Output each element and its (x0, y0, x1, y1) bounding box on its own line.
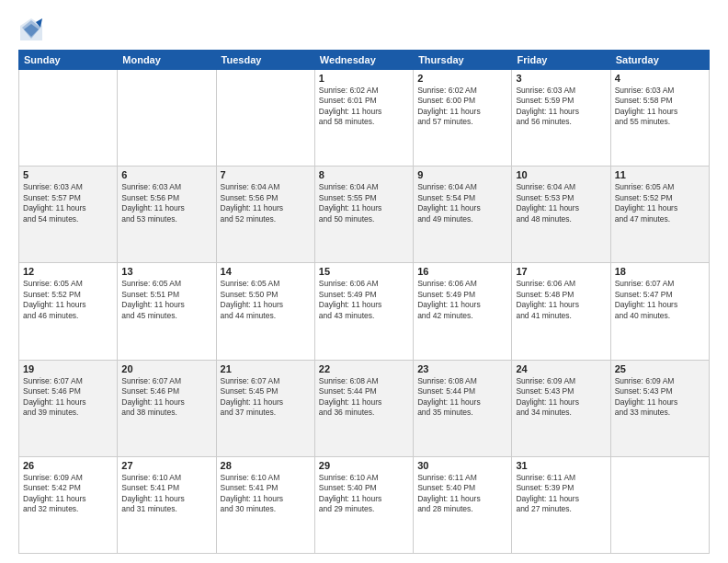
weekday-header-saturday: Saturday (610, 51, 709, 70)
day-info: Sunrise: 6:11 AMSunset: 5:40 PMDaylight:… (417, 473, 507, 515)
day-info: Sunrise: 6:04 AMSunset: 5:55 PMDaylight:… (319, 182, 409, 224)
day-info: Sunrise: 6:03 AMSunset: 5:58 PMDaylight:… (615, 86, 705, 128)
day-info: Sunrise: 6:06 AMSunset: 5:49 PMDaylight:… (417, 279, 507, 321)
day-info: Sunrise: 6:04 AMSunset: 5:53 PMDaylight:… (516, 182, 606, 224)
weekday-header-monday: Monday (118, 51, 216, 70)
day-number: 13 (121, 266, 211, 277)
day-number: 7 (221, 169, 311, 180)
day-number: 10 (516, 169, 606, 180)
calendar-cell: 16Sunrise: 6:06 AMSunset: 5:49 PMDayligh… (414, 263, 512, 360)
logo-icon (18, 17, 44, 42)
day-number: 21 (221, 363, 311, 374)
calendar-cell: 18Sunrise: 6:07 AMSunset: 5:47 PMDayligh… (610, 263, 709, 360)
calendar-cell: 7Sunrise: 6:04 AMSunset: 5:56 PMDaylight… (216, 167, 314, 263)
day-number: 16 (417, 266, 507, 277)
day-number: 27 (121, 460, 211, 471)
calendar-cell: 12Sunrise: 6:05 AMSunset: 5:52 PMDayligh… (19, 263, 118, 360)
day-info: Sunrise: 6:07 AMSunset: 5:45 PMDaylight:… (221, 376, 311, 419)
calendar-cell: 26Sunrise: 6:09 AMSunset: 5:42 PMDayligh… (19, 456, 118, 553)
calendar-cell: 15Sunrise: 6:06 AMSunset: 5:49 PMDayligh… (314, 263, 413, 360)
calendar-cell: 27Sunrise: 6:10 AMSunset: 5:41 PMDayligh… (118, 456, 216, 553)
day-info: Sunrise: 6:02 AMSunset: 6:00 PMDaylight:… (417, 86, 507, 128)
calendar-cell: 3Sunrise: 6:03 AMSunset: 5:59 PMDaylight… (512, 70, 610, 167)
day-number: 22 (319, 363, 409, 374)
day-info: Sunrise: 6:11 AMSunset: 5:39 PMDaylight:… (516, 473, 606, 515)
week-row-3: 12Sunrise: 6:05 AMSunset: 5:52 PMDayligh… (19, 263, 710, 360)
calendar-cell: 5Sunrise: 6:03 AMSunset: 5:57 PMDaylight… (19, 167, 118, 263)
day-info: Sunrise: 6:07 AMSunset: 5:46 PMDaylight:… (23, 376, 113, 419)
day-number: 4 (615, 73, 705, 84)
day-number: 23 (417, 363, 507, 374)
calendar-cell (610, 456, 709, 553)
day-info: Sunrise: 6:08 AMSunset: 5:44 PMDaylight:… (319, 376, 409, 419)
day-info: Sunrise: 6:04 AMSunset: 5:56 PMDaylight:… (221, 182, 311, 224)
calendar-cell: 25Sunrise: 6:09 AMSunset: 5:43 PMDayligh… (610, 360, 709, 456)
day-number: 19 (23, 363, 113, 374)
day-info: Sunrise: 6:09 AMSunset: 5:43 PMDaylight:… (516, 376, 606, 419)
week-row-4: 19Sunrise: 6:07 AMSunset: 5:46 PMDayligh… (19, 360, 710, 456)
calendar-cell (19, 70, 118, 167)
day-number: 14 (221, 266, 311, 277)
calendar-cell: 1Sunrise: 6:02 AMSunset: 6:01 PMDaylight… (314, 70, 413, 167)
calendar-page: SundayMondayTuesdayWednesdayThursdayFrid… (0, 0, 728, 563)
day-number: 11 (615, 169, 705, 180)
calendar-cell: 29Sunrise: 6:10 AMSunset: 5:40 PMDayligh… (314, 456, 413, 553)
day-number: 12 (23, 266, 113, 277)
day-number: 17 (516, 266, 606, 277)
day-info: Sunrise: 6:10 AMSunset: 5:41 PMDaylight:… (221, 473, 311, 515)
day-info: Sunrise: 6:05 AMSunset: 5:50 PMDaylight:… (221, 279, 311, 321)
calendar-cell: 28Sunrise: 6:10 AMSunset: 5:41 PMDayligh… (216, 456, 314, 553)
calendar-cell: 22Sunrise: 6:08 AMSunset: 5:44 PMDayligh… (314, 360, 413, 456)
day-info: Sunrise: 6:03 AMSunset: 5:59 PMDaylight:… (516, 86, 606, 128)
day-info: Sunrise: 6:06 AMSunset: 5:48 PMDaylight:… (516, 279, 606, 321)
day-number: 28 (221, 460, 311, 471)
day-number: 5 (23, 169, 113, 180)
day-number: 2 (417, 73, 507, 84)
day-number: 3 (516, 73, 606, 84)
day-info: Sunrise: 6:10 AMSunset: 5:41 PMDaylight:… (121, 473, 211, 515)
calendar-cell: 9Sunrise: 6:04 AMSunset: 5:54 PMDaylight… (414, 167, 512, 263)
day-number: 24 (516, 363, 606, 374)
day-number: 8 (319, 169, 409, 180)
calendar-cell (216, 70, 314, 167)
day-info: Sunrise: 6:05 AMSunset: 5:52 PMDaylight:… (615, 182, 705, 224)
week-row-1: 1Sunrise: 6:02 AMSunset: 6:01 PMDaylight… (19, 70, 710, 167)
calendar-cell: 6Sunrise: 6:03 AMSunset: 5:56 PMDaylight… (118, 167, 216, 263)
day-number: 1 (319, 73, 409, 84)
weekday-header-friday: Friday (512, 51, 610, 70)
weekday-header-tuesday: Tuesday (216, 51, 314, 70)
day-info: Sunrise: 6:07 AMSunset: 5:46 PMDaylight:… (121, 376, 211, 419)
calendar-table: SundayMondayTuesdayWednesdayThursdayFrid… (18, 50, 710, 554)
day-info: Sunrise: 6:02 AMSunset: 6:01 PMDaylight:… (319, 86, 409, 128)
calendar-cell: 24Sunrise: 6:09 AMSunset: 5:43 PMDayligh… (512, 360, 610, 456)
day-number: 29 (319, 460, 409, 471)
calendar-cell: 17Sunrise: 6:06 AMSunset: 5:48 PMDayligh… (512, 263, 610, 360)
calendar-cell: 21Sunrise: 6:07 AMSunset: 5:45 PMDayligh… (216, 360, 314, 456)
day-number: 31 (516, 460, 606, 471)
day-info: Sunrise: 6:05 AMSunset: 5:52 PMDaylight:… (23, 279, 113, 321)
calendar-cell: 19Sunrise: 6:07 AMSunset: 5:46 PMDayligh… (19, 360, 118, 456)
calendar-cell: 13Sunrise: 6:05 AMSunset: 5:51 PMDayligh… (118, 263, 216, 360)
week-row-5: 26Sunrise: 6:09 AMSunset: 5:42 PMDayligh… (19, 456, 710, 553)
calendar-cell: 30Sunrise: 6:11 AMSunset: 5:40 PMDayligh… (414, 456, 512, 553)
day-number: 26 (23, 460, 113, 471)
week-row-2: 5Sunrise: 6:03 AMSunset: 5:57 PMDaylight… (19, 167, 710, 263)
day-info: Sunrise: 6:08 AMSunset: 5:44 PMDaylight:… (417, 376, 507, 419)
calendar-cell: 10Sunrise: 6:04 AMSunset: 5:53 PMDayligh… (512, 167, 610, 263)
day-info: Sunrise: 6:07 AMSunset: 5:47 PMDaylight:… (615, 279, 705, 321)
day-info: Sunrise: 6:03 AMSunset: 5:56 PMDaylight:… (121, 182, 211, 224)
calendar-cell (118, 70, 216, 167)
calendar-cell: 14Sunrise: 6:05 AMSunset: 5:50 PMDayligh… (216, 263, 314, 360)
day-info: Sunrise: 6:09 AMSunset: 5:42 PMDaylight:… (23, 473, 113, 515)
calendar-cell: 11Sunrise: 6:05 AMSunset: 5:52 PMDayligh… (610, 167, 709, 263)
day-number: 6 (121, 169, 211, 180)
day-info: Sunrise: 6:10 AMSunset: 5:40 PMDaylight:… (319, 473, 409, 515)
calendar-cell: 2Sunrise: 6:02 AMSunset: 6:00 PMDaylight… (414, 70, 512, 167)
weekday-header-wednesday: Wednesday (314, 51, 413, 70)
header (18, 17, 710, 42)
day-number: 15 (319, 266, 409, 277)
calendar-cell: 4Sunrise: 6:03 AMSunset: 5:58 PMDaylight… (610, 70, 709, 167)
calendar-cell: 23Sunrise: 6:08 AMSunset: 5:44 PMDayligh… (414, 360, 512, 456)
day-number: 30 (417, 460, 507, 471)
weekday-header-sunday: Sunday (19, 51, 118, 70)
